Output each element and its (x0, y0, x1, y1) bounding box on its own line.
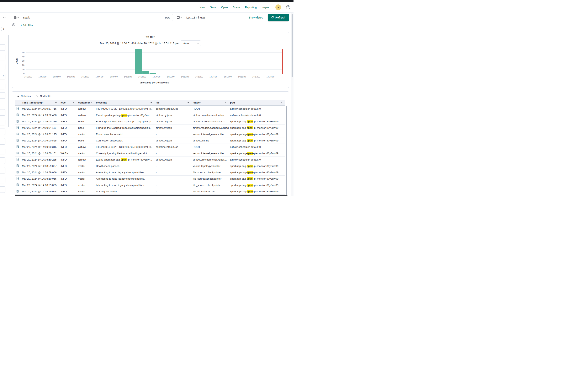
field-pill[interactable] (0, 92, 6, 99)
remove-field-icon[interactable]: × (3, 74, 4, 77)
avatar[interactable]: a (276, 4, 281, 10)
field-pill[interactable] (0, 128, 6, 135)
field-pill[interactable] (0, 177, 6, 183)
chevron-down-icon (3, 16, 6, 20)
sort-fields-button[interactable]: Sort fields (36, 94, 51, 98)
saved-query-menu-button[interactable] (12, 14, 21, 22)
cell-level: INFO (59, 146, 77, 148)
column-header-pod[interactable]: pod (229, 101, 285, 104)
add-filter-button[interactable]: + Add filter (20, 24, 33, 26)
expand-document-button[interactable] (16, 119, 20, 124)
cell-file: - (154, 184, 192, 186)
column-header-time[interactable]: Time (timestamp) (21, 101, 59, 104)
expand-document-button[interactable] (16, 138, 20, 142)
cell-file: airflow.py.json (154, 126, 192, 129)
show-dates-button[interactable]: Show dates (249, 16, 263, 19)
field-pill[interactable] (0, 83, 6, 89)
expand-document-button[interactable] (16, 113, 20, 117)
help-icon[interactable]: ? (286, 6, 290, 9)
query-bar: DQL Last 18 minutes Show dates Refresh (12, 14, 289, 22)
nav-link-new[interactable]: New (200, 6, 205, 9)
search-input[interactable] (21, 16, 165, 19)
date-picker-button[interactable] (175, 14, 184, 22)
inspect-document-icon (16, 177, 19, 180)
column-header-message[interactable]: message (95, 101, 154, 104)
cell-actions (15, 151, 21, 155)
histogram-bar[interactable] (150, 73, 156, 74)
expand-document-button[interactable] (16, 158, 20, 162)
gridline (26, 74, 282, 74)
table-vertical-scrollbar-thumb[interactable] (286, 106, 287, 195)
cell-container: vector (77, 177, 95, 180)
query-language-button[interactable]: DQL (165, 16, 173, 19)
cell-container: base (77, 126, 95, 129)
expand-document-button[interactable] (16, 164, 20, 168)
field-pill[interactable] (0, 158, 6, 164)
field-pill[interactable] (0, 54, 6, 60)
y-axis-tick-label: 10 (18, 68, 24, 70)
expand-document-button[interactable] (16, 183, 20, 187)
inspect-document-icon (16, 183, 19, 187)
field-pill[interactable] (0, 119, 6, 125)
column-header-container[interactable]: container (77, 101, 95, 104)
cell-logger: airflow.providers.cncf.kuber… (192, 114, 229, 116)
sidebar-collapse-button[interactable] (2, 15, 7, 20)
field-pill[interactable] (0, 109, 6, 116)
cell-message: [▯[34m2024-03-20T13:08:59.235+0000▯[0m] … (95, 145, 154, 148)
nav-link-open[interactable]: Open (221, 6, 228, 9)
expand-document-button[interactable] (16, 132, 20, 136)
inspect-document-icon (16, 164, 19, 168)
expand-document-button[interactable] (16, 151, 20, 155)
field-pill[interactable] (0, 138, 6, 144)
field-pill[interactable]: × (0, 73, 6, 80)
cell-time: Mar 20, 2024 @ 14:09:52.408 (21, 114, 59, 116)
cell-file: airflow.py.json (154, 120, 192, 123)
field-pill[interactable] (0, 186, 6, 193)
expand-document-button[interactable] (16, 145, 20, 149)
cell-pod: sparkapp-dag-spark-pi-monitor-80y3uw09 (229, 184, 285, 186)
cell-file: airflow.py.json (154, 139, 192, 142)
column-header-logger[interactable]: logger (192, 101, 229, 104)
nav-link-save[interactable]: Save (210, 6, 216, 9)
cell-time: Mar 20, 2024 @ 14:09:01.125 (21, 133, 59, 136)
cell-pod: sparkapp-dag-spark-pi-monitor-80y3uw09 (229, 120, 285, 123)
field-pill[interactable] (0, 64, 6, 70)
table-row: Mar 20, 2024 @ 14:09:00.101WARNvectorCur… (15, 150, 285, 156)
histogram-bar[interactable] (135, 49, 142, 74)
columns-button[interactable]: Columns (17, 94, 31, 98)
field-pill[interactable] (0, 148, 6, 154)
cell-logger: ROOT (192, 107, 229, 110)
x-axis-tick-label: 14:03:00 (51, 76, 62, 78)
cell-container: base (77, 139, 95, 142)
column-header-label: Time (timestamp) (22, 101, 44, 104)
filter-separator (17, 25, 19, 25)
cell-message: Event: sparkapp-dag-spark-pi-monitor-80y… (95, 114, 154, 116)
nav-link-reporting[interactable]: Reporting (245, 6, 257, 9)
expand-document-button[interactable] (16, 126, 20, 130)
column-header-file[interactable]: file (154, 101, 192, 104)
nav-link-inspect[interactable]: Inspect (262, 6, 270, 9)
expand-document-button[interactable] (16, 106, 20, 111)
cell-time: Mar 20, 2024 @ 14:09:00.101 (21, 152, 59, 155)
time-range-button[interactable]: Last 18 minutes (186, 16, 206, 19)
filter-icon (12, 23, 15, 27)
column-header-level[interactable]: level (59, 101, 77, 104)
sidebar-scrollbar[interactable] (8, 35, 9, 127)
expand-document-button[interactable] (16, 176, 20, 181)
field-pill[interactable] (0, 44, 6, 51)
inspect-document-icon (16, 170, 19, 174)
cell-pod: sparkapp-dag-spark-pi-monitor-80y3uw09 (229, 133, 285, 136)
field-pill[interactable] (0, 167, 6, 174)
refresh-button[interactable]: Refresh (268, 14, 289, 22)
table-horizontal-scrollbar-thumb[interactable] (15, 195, 288, 196)
nav-link-share[interactable]: Share (233, 6, 240, 9)
cell-actions (15, 113, 21, 117)
cell-pod: sparkapp-dag-spark-pi-monitor-80y3uw09 (229, 126, 285, 129)
cell-pod: sparkapp-dag-spark-pi-monitor-80y3uw09 (229, 164, 285, 168)
cell-message: Found new file to watch. (95, 133, 154, 136)
histogram-bar[interactable] (142, 71, 149, 74)
expand-document-button[interactable] (16, 170, 20, 174)
cell-message: Filling up the DagBag from /stackable/ap… (95, 126, 154, 129)
page-scrollbar-thumb[interactable] (292, 14, 293, 77)
expand-document-button[interactable] (16, 189, 20, 194)
